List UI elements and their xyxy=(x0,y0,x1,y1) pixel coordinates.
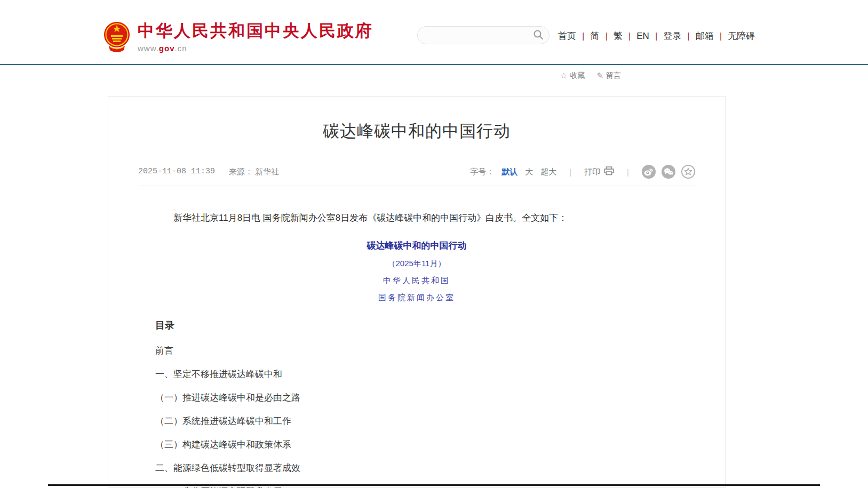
comment-label: 留言 xyxy=(606,71,621,81)
document-title: 碳达峰碳中和的中国行动 xyxy=(155,239,678,252)
footer-top-edge xyxy=(48,484,820,486)
print-button[interactable]: 打印 xyxy=(584,166,614,177)
article-title: 碳达峰碳中和的中国行动 xyxy=(108,120,725,142)
meta-separator: | xyxy=(627,167,629,177)
article-meta-left: 2025-11-08 11:39 来源： 新华社 xyxy=(138,167,279,177)
font-size-label: 字号： xyxy=(470,167,494,177)
toc-item: 一、坚定不移推进碳达峰碳中和 xyxy=(155,370,678,379)
share-wechat-icon[interactable] xyxy=(662,165,675,179)
search-input[interactable] xyxy=(426,31,533,39)
toc-heading: 目录 xyxy=(155,319,678,332)
share-icons xyxy=(642,165,695,179)
favorite-link[interactable]: ☆ 收藏 xyxy=(560,71,585,81)
print-label: 打印 xyxy=(584,167,600,177)
nav-simplified[interactable]: 简 xyxy=(590,30,613,42)
page-tools: ☆ 收藏 ✎ 留言 xyxy=(560,71,621,81)
meta-separator: | xyxy=(569,167,571,177)
search-box xyxy=(417,26,550,44)
document-org-line1: 中华人民共和国 xyxy=(155,276,678,286)
font-size-large[interactable]: 大 xyxy=(525,167,533,177)
site-logo-link[interactable]: 中华人民共和国中央人民政府 www.gov.cn xyxy=(103,20,373,55)
nav-accessibility[interactable]: 无障碍 xyxy=(728,30,755,42)
article-meta-right: 字号： 默认 大 超大 | 打印 | xyxy=(470,165,695,179)
site-header: 中华人民共和国中央人民政府 www.gov.cn 首页 简 繁 EN 登录 邮箱… xyxy=(0,0,868,65)
nav-login[interactable]: 登录 xyxy=(663,30,695,42)
nav-home[interactable]: 首页 xyxy=(558,30,590,42)
share-weibo-icon[interactable] xyxy=(642,165,656,179)
document-date: （2025年11月） xyxy=(155,259,678,269)
lead-paragraph: 新华社北京11月8日电 国务院新闻办公室8日发布《碳达峰碳中和的中国行动》白皮书… xyxy=(155,210,678,226)
nav-english[interactable]: EN xyxy=(636,31,663,42)
article-source: 来源： 新华社 xyxy=(229,167,279,177)
article-container: 碳达峰碳中和的中国行动 2025-11-08 11:39 来源： 新华社 字号：… xyxy=(108,96,726,488)
national-emblem-icon xyxy=(103,20,130,55)
pencil-icon: ✎ xyxy=(596,71,603,81)
star-icon: ☆ xyxy=(560,71,567,81)
font-size-xlarge[interactable]: 超大 xyxy=(540,167,556,177)
font-size-default[interactable]: 默认 xyxy=(501,167,517,177)
document-heading: 碳达峰碳中和的中国行动 （2025年11月） 中华人民共和国 国务院新闻办公室 xyxy=(155,239,678,303)
search-button[interactable] xyxy=(533,29,544,42)
toc-item: 前言 xyxy=(155,346,678,355)
top-navigation: 首页 简 繁 EN 登录 邮箱 无障碍 xyxy=(558,30,755,42)
comment-link[interactable]: ✎ 留言 xyxy=(596,71,621,81)
site-url: www.gov.cn xyxy=(138,44,373,53)
share-qzone-star-icon[interactable] xyxy=(681,165,695,179)
article-meta-row: 2025-11-08 11:39 来源： 新华社 字号： 默认 大 超大 | 打… xyxy=(138,165,695,186)
search-icon xyxy=(533,29,544,42)
printer-icon xyxy=(604,166,614,177)
nav-mail[interactable]: 邮箱 xyxy=(696,30,728,42)
toc-item: （三）构建碳达峰碳中和政策体系 xyxy=(155,440,678,449)
site-title: 中华人民共和国中央人民政府 xyxy=(138,22,373,40)
document-org-line2: 国务院新闻办公室 xyxy=(155,293,678,303)
toc-item: （二）系统推进碳达峰碳中和工作 xyxy=(155,417,678,426)
toc-item: （一）推进碳达峰碳中和是必由之路 xyxy=(155,393,678,402)
toc-list: 前言 一、坚定不移推进碳达峰碳中和 （一）推进碳达峰碳中和是必由之路 （二）系统… xyxy=(155,346,678,488)
nav-traditional[interactable]: 繁 xyxy=(614,30,636,42)
article-body: 新华社北京11月8日电 国务院新闻办公室8日发布《碳达峰碳中和的中国行动》白皮书… xyxy=(108,210,725,488)
toc-item: 二、能源绿色低碳转型取得显著成效 xyxy=(155,463,678,473)
favorite-label: 收藏 xyxy=(570,71,585,81)
article-date: 2025-11-08 11:39 xyxy=(138,167,215,177)
